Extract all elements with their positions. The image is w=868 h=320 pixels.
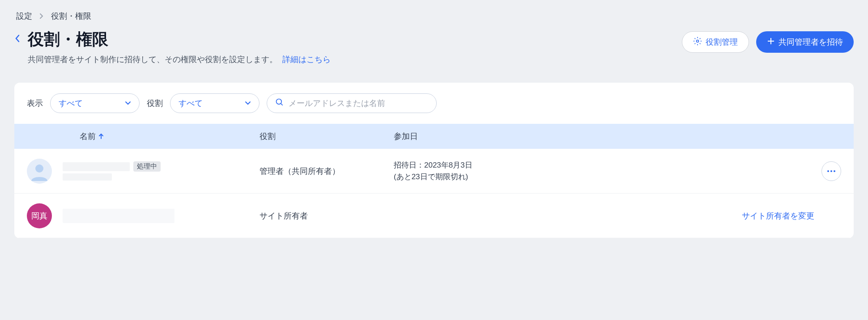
search-field[interactable] xyxy=(267,93,437,113)
plus-icon xyxy=(767,37,775,47)
description-text: 共同管理者をサイト制作に招待して、その権限や役割を設定します。 xyxy=(28,55,277,64)
date-cell: 招待日：2023年8月3日 (あと23日で期限切れ) xyxy=(394,160,698,182)
status-badge: 処理中 xyxy=(133,161,161,172)
page-header: 役割・権限 共同管理者をサイト制作に招待して、その権限や役割を設定します。 詳細… xyxy=(14,29,854,65)
manage-roles-button[interactable]: 役割管理 xyxy=(682,31,749,53)
role-filter-label: 役割 xyxy=(147,98,163,109)
role-filter-value: すべて xyxy=(179,98,203,109)
learn-more-link[interactable]: 詳細はこちら xyxy=(282,55,331,64)
user-name-redacted xyxy=(63,162,130,171)
column-header-role[interactable]: 役割 xyxy=(260,131,394,142)
svg-point-4 xyxy=(830,170,832,172)
avatar: 岡真 xyxy=(27,203,52,228)
filter-bar: 表示 すべて 役割 すべて xyxy=(14,83,854,124)
display-filter-value: すべて xyxy=(59,98,83,109)
svg-point-5 xyxy=(834,170,835,172)
table-header: 名前 役割 参加日 xyxy=(14,124,854,149)
breadcrumb: 設定 役割・権限 xyxy=(14,11,854,21)
change-owner-link[interactable]: サイト所有者を変更 xyxy=(742,211,814,221)
breadcrumb-current[interactable]: 役割・権限 xyxy=(51,11,91,21)
expiry-note: (あと23日で期限切れ) xyxy=(394,171,698,183)
table-row: 処理中 管理者（共同所有者） 招待日：2023年8月3日 (あと23日で期限切れ… xyxy=(14,149,854,194)
name-cell: 処理中 xyxy=(27,159,260,184)
page-description: 共同管理者をサイト制作に招待して、その権限や役割を設定します。 詳細はこちら xyxy=(28,54,331,65)
chevron-down-icon xyxy=(125,101,131,105)
invite-date: 招待日：2023年8月3日 xyxy=(394,160,698,171)
role-cell: サイト所有者 xyxy=(260,211,394,221)
breadcrumb-root[interactable]: 設定 xyxy=(16,11,32,21)
svg-point-0 xyxy=(697,40,699,42)
chevron-down-icon xyxy=(245,101,251,105)
role-cell: 管理者（共同所有者） xyxy=(260,166,394,177)
svg-point-1 xyxy=(277,99,282,105)
role-filter-dropdown[interactable]: すべて xyxy=(170,93,260,113)
invite-label: 共同管理者を招待 xyxy=(779,37,843,47)
search-icon xyxy=(275,98,284,109)
sort-ascending-icon xyxy=(98,133,104,139)
table-row: 岡真 サイト所有者 サイト所有者を変更 xyxy=(14,194,854,238)
user-email-redacted xyxy=(63,173,112,181)
column-header-name[interactable]: 名前 xyxy=(27,131,260,142)
chevron-right-icon xyxy=(39,13,44,19)
search-input[interactable] xyxy=(289,99,428,108)
avatar-initials-text: 岡真 xyxy=(31,211,47,221)
page-title: 役割・権限 xyxy=(28,29,331,51)
svg-point-2 xyxy=(35,164,43,173)
column-name-label: 名前 xyxy=(80,131,96,142)
manage-roles-label: 役割管理 xyxy=(706,37,738,47)
svg-point-3 xyxy=(827,170,829,172)
avatar xyxy=(27,159,52,184)
collaborators-card: 表示 すべて 役割 すべて xyxy=(14,83,854,238)
back-button[interactable] xyxy=(14,34,21,43)
column-header-joined[interactable]: 参加日 xyxy=(394,131,698,142)
invite-collaborator-button[interactable]: 共同管理者を招待 xyxy=(756,31,854,53)
display-filter-dropdown[interactable]: すべて xyxy=(50,93,140,113)
name-cell: 岡真 xyxy=(27,203,260,228)
user-name-redacted xyxy=(63,209,174,223)
display-filter-label: 表示 xyxy=(27,98,43,109)
gear-icon xyxy=(693,37,702,48)
more-actions-button[interactable] xyxy=(821,161,841,181)
